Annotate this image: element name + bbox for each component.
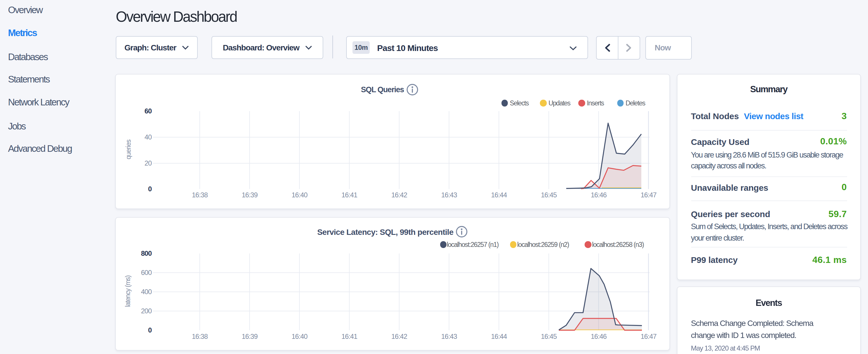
svg-text:16:40: 16:40 <box>291 191 308 199</box>
svg-text:16:45: 16:45 <box>541 191 557 199</box>
svg-text:16:41: 16:41 <box>341 191 358 199</box>
svg-text:16:42: 16:42 <box>391 191 407 199</box>
svg-text:16:46: 16:46 <box>591 332 607 340</box>
svg-text:400: 400 <box>141 288 152 295</box>
svg-text:0: 0 <box>148 185 152 193</box>
svg-text:16:39: 16:39 <box>242 332 258 340</box>
svg-text:queries: queries <box>125 139 132 159</box>
svg-text:800: 800 <box>141 249 152 257</box>
svg-text:16:47: 16:47 <box>641 191 656 199</box>
svg-text:40: 40 <box>145 133 152 141</box>
svg-text:16:43: 16:43 <box>441 332 457 340</box>
svg-text:16:41: 16:41 <box>341 332 358 340</box>
svg-text:16:42: 16:42 <box>391 332 407 340</box>
svg-text:16:44: 16:44 <box>491 191 507 199</box>
svg-text:16:44: 16:44 <box>491 332 507 340</box>
svg-text:16:38: 16:38 <box>192 191 208 199</box>
svg-text:20: 20 <box>145 159 152 167</box>
svg-text:0: 0 <box>148 326 152 334</box>
svg-text:latency (ms): latency (ms) <box>124 275 131 307</box>
svg-text:16:40: 16:40 <box>291 332 308 340</box>
svg-text:16:45: 16:45 <box>541 332 557 340</box>
svg-text:16:43: 16:43 <box>441 191 457 199</box>
svg-text:60: 60 <box>145 107 152 115</box>
svg-text:600: 600 <box>141 268 152 276</box>
svg-text:200: 200 <box>141 307 152 315</box>
svg-text:16:46: 16:46 <box>591 191 607 199</box>
svg-text:16:47: 16:47 <box>641 332 656 340</box>
svg-text:16:38: 16:38 <box>192 332 208 340</box>
svg-text:16:39: 16:39 <box>242 191 258 199</box>
